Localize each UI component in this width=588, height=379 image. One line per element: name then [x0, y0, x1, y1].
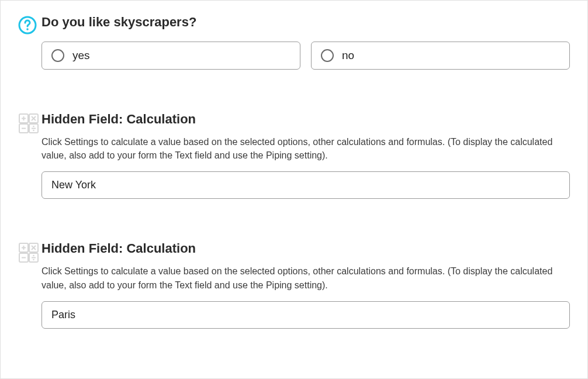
hidden-field-content: Hidden Field: Calculation Click Settings…: [41, 241, 570, 328]
svg-point-25: [33, 259, 34, 261]
svg-point-13: [33, 130, 34, 132]
question-icon: [18, 15, 41, 37]
radio-icon: [51, 49, 64, 62]
hidden-field-title: Hidden Field: Calculation: [41, 241, 570, 256]
hidden-field-2: Hidden Field: Calculation Click Settings…: [18, 241, 570, 328]
hidden-field-description: Click Settings to calculate a value base…: [41, 135, 570, 162]
option-yes[interactable]: yes: [41, 42, 300, 70]
hidden-field-description: Click Settings to calculate a value base…: [41, 264, 570, 291]
question-title: Do you like skyscrapers?: [41, 15, 570, 30]
option-label: yes: [72, 49, 90, 62]
hidden-field-value[interactable]: New York: [41, 171, 570, 199]
radio-icon: [321, 49, 334, 62]
calculation-icon: [18, 112, 41, 136]
calculation-icon: [18, 241, 41, 266]
options-row: yes no: [41, 42, 570, 70]
hidden-field-content: Hidden Field: Calculation Click Settings…: [41, 112, 570, 199]
svg-point-1: [26, 28, 29, 30]
svg-point-24: [33, 255, 34, 257]
svg-point-12: [33, 126, 34, 128]
hidden-field-1: Hidden Field: Calculation Click Settings…: [18, 112, 570, 199]
hidden-field-title: Hidden Field: Calculation: [41, 112, 570, 127]
hidden-field-value[interactable]: Paris: [41, 301, 570, 329]
option-no[interactable]: no: [311, 42, 570, 70]
question-field: Do you like skyscrapers? yes no: [18, 15, 570, 70]
option-label: no: [342, 49, 354, 62]
question-content: Do you like skyscrapers? yes no: [41, 15, 570, 70]
